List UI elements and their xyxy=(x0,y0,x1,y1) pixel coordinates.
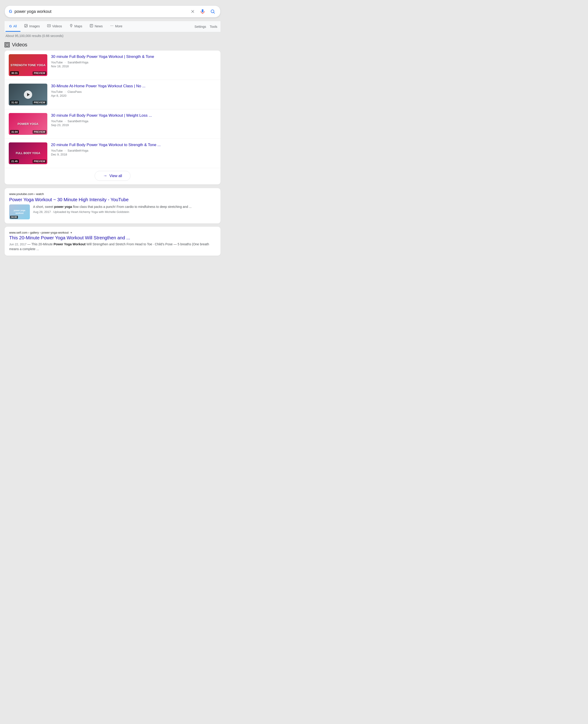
tab-videos[interactable]: Videos xyxy=(43,21,66,32)
video-title-2[interactable]: 30-Minute At-Home Power Yoga Workout Cla… xyxy=(51,84,216,89)
maps-icon xyxy=(69,24,73,28)
web-result-1-url: www.youtube.com › watch xyxy=(9,192,216,196)
video-date-2: Apr 8, 2020 xyxy=(51,94,216,98)
video-meta-1: YouTube · SarahBethYoga xyxy=(51,61,216,64)
video-meta-3: YouTube · SarahBethYoga xyxy=(51,120,216,123)
duration-2: 31:02 xyxy=(10,101,19,104)
video-thumb-1: STRENGTH TONE YOGA 30:31 PREVIEW xyxy=(9,54,47,76)
video-date-3: Sep 23, 2019 xyxy=(51,123,216,127)
all-icon: G xyxy=(9,24,12,28)
web-result-2-snippet: Jun 22, 2017 — This 20-Minute Power Yoga… xyxy=(9,242,216,252)
view-all-wrap: → View all xyxy=(5,168,220,185)
videos-icon xyxy=(47,24,51,28)
svg-point-9 xyxy=(113,25,113,26)
web-result-1-title[interactable]: Power Yoga Workout ~ 30 Minute High Inte… xyxy=(9,197,216,203)
video-meta-2: YouTube · ClassPass xyxy=(51,90,216,93)
arrow-right-icon: → xyxy=(103,173,107,178)
video-cards-container: STRENGTH TONE YOGA 30:31 PREVIEW 30 minu… xyxy=(5,50,220,185)
dropdown-arrow-icon: ▼ xyxy=(70,231,72,234)
nav-tabs: G All Images Videos Maps xyxy=(5,21,220,32)
web-thumb-duration-1: 34:00 xyxy=(10,216,18,219)
video-title-3[interactable]: 30 minute Full Body Power Yoga Workout |… xyxy=(51,113,216,118)
web-result-1-thumb: power yoga workout 34:00 xyxy=(9,205,30,219)
web-result-1: www.youtube.com › watch Power Yoga Worko… xyxy=(5,188,220,223)
video-info-1: 30 minute Full Body Power Yoga Workout |… xyxy=(51,54,216,68)
settings-link[interactable]: Settings xyxy=(194,25,206,28)
news-icon xyxy=(89,24,93,28)
web-result-1-body: power yoga workout 34:00 A short, sweet … xyxy=(9,205,216,219)
search-button[interactable] xyxy=(209,8,216,15)
svg-point-8 xyxy=(112,25,112,26)
preview-label-3: PREVIEW xyxy=(33,130,46,134)
svg-marker-4 xyxy=(49,25,50,26)
preview-label-2: PREVIEW xyxy=(33,101,46,104)
web-result-2-date: Jun 22, 2017 xyxy=(9,242,26,246)
google-logo-inline: G xyxy=(9,9,12,14)
video-section-icon xyxy=(5,42,9,47)
tab-more[interactable]: More xyxy=(106,21,126,32)
voice-search-button[interactable] xyxy=(199,8,206,15)
images-icon xyxy=(24,24,28,28)
video-title-4[interactable]: 20 minute Full Body Power Yoga Workout t… xyxy=(51,143,216,147)
more-icon xyxy=(110,24,114,28)
search-bar: G xyxy=(5,5,220,18)
svg-point-7 xyxy=(110,25,111,26)
video-card-1[interactable]: STRENGTH TONE YOGA 30:31 PREVIEW 30 minu… xyxy=(5,50,220,80)
video-info-3: 30 minute Full Body Power Yoga Workout |… xyxy=(51,113,216,127)
duration-3: 31:04 xyxy=(10,130,19,134)
view-all-button[interactable]: → View all xyxy=(94,171,131,181)
web-result-1-text: A short, sweet power yoga flow class tha… xyxy=(33,205,192,214)
video-date-4: Dec 9, 2018 xyxy=(51,153,216,156)
view-all-label: View all xyxy=(109,174,122,178)
preview-label-1: PREVIEW xyxy=(33,71,46,75)
video-card-2[interactable]: 31:02 PREVIEW 30-Minute At-Home Power Yo… xyxy=(5,80,220,109)
videos-section-title: Videos xyxy=(12,42,27,48)
duration-1: 30:31 xyxy=(10,71,19,75)
svg-point-2 xyxy=(25,25,26,25)
video-info-4: 20 minute Full Body Power Yoga Workout t… xyxy=(51,143,216,156)
tab-all[interactable]: G All xyxy=(5,21,20,32)
video-thumb-2: 31:02 PREVIEW xyxy=(9,84,47,105)
web-result-2-title[interactable]: This 20-Minute Power Yoga Workout Will S… xyxy=(9,235,216,240)
video-thumb-4: FULL BODY YOGA 21:45 PREVIEW xyxy=(9,143,47,164)
play-btn-2 xyxy=(24,90,32,99)
svg-marker-11 xyxy=(7,44,8,45)
web-result-1-snippet: A short, sweet power yoga flow class tha… xyxy=(33,205,192,209)
preview-label-4: PREVIEW xyxy=(33,159,46,163)
video-card-3[interactable]: POWER YOGA 31:04 PREVIEW 30 minute Full … xyxy=(5,109,220,139)
video-thumb-3: POWER YOGA 31:04 PREVIEW xyxy=(9,113,47,135)
yt-thumb-text: power yoga workout xyxy=(9,208,30,215)
web-result-1-date: Aug 28, 2017 · Uploaded by Heart Alchemy… xyxy=(33,210,192,214)
search-icon-group xyxy=(189,8,216,15)
clear-button[interactable] xyxy=(189,8,196,15)
duration-4: 21:45 xyxy=(10,159,19,163)
video-card-4[interactable]: FULL BODY YOGA 21:45 PREVIEW 20 minute F… xyxy=(5,139,220,168)
results-count: About 95,100,000 results (0.66 seconds) xyxy=(5,34,220,38)
svg-point-5 xyxy=(71,25,71,25)
web-result-2-url: www.self.com › gallery › power-yoga-work… xyxy=(9,231,216,234)
videos-section-header: Videos xyxy=(5,42,220,48)
tab-images[interactable]: Images xyxy=(20,21,43,32)
tab-maps[interactable]: Maps xyxy=(66,21,86,32)
video-date-1: Nov 18, 2018 xyxy=(51,65,216,68)
video-meta-4: YouTube · SarahBethYoga xyxy=(51,149,216,152)
search-input[interactable] xyxy=(15,9,189,14)
web-result-2: www.self.com › gallery › power-yoga-work… xyxy=(5,227,220,256)
video-info-2: 30-Minute At-Home Power Yoga Workout Cla… xyxy=(51,84,216,98)
nav-settings: Settings Tools xyxy=(192,25,219,28)
video-title-1[interactable]: 30 minute Full Body Power Yoga Workout |… xyxy=(51,54,216,59)
tab-news[interactable]: News xyxy=(86,21,106,32)
tools-link[interactable]: Tools xyxy=(210,25,217,28)
